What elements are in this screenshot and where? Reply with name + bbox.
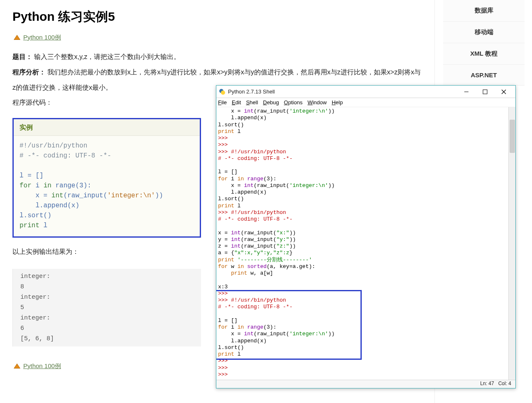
maximize-button[interactable] [476,86,494,98]
code-box-title: 实例 [14,119,200,136]
menu-window[interactable]: Window [307,99,326,106]
menu-options[interactable]: Options [284,99,303,106]
idle-status-col: Col: 4 [498,381,511,386]
menu-help[interactable]: Help [332,99,343,106]
menu-edit[interactable]: Edit [232,99,241,106]
up-arrow-icon [12,33,22,42]
svg-rect-3 [483,90,487,94]
python-app-icon [219,88,226,95]
up-arrow-icon [12,361,22,371]
svg-point-1 [221,91,225,95]
output-box: integer: 8 integer: 5 integer: 6 [5, 6, … [12,269,201,346]
idle-window[interactable]: Python 2.7.13 Shell File Edit Shell Debu… [216,85,516,388]
code-example-content: #!/usr/bin/python # -*- coding: UTF-8 -*… [14,136,200,236]
idle-titlebar[interactable]: Python 2.7.13 Shell [216,86,515,98]
minimize-button[interactable] [457,86,476,98]
idle-menubar: File Edit Shell Debug Options Window Hel… [216,98,515,107]
menu-debug[interactable]: Debug [263,99,279,106]
topic-line: 题目： 输入三个整数x,y,z，请把这三个数由小到大输出。 [12,49,421,65]
close-button[interactable] [494,86,513,98]
idle-title-text: Python 2.7.13 Shell [228,88,457,95]
idle-scrollbar[interactable] [508,107,515,380]
menu-file[interactable]: File [218,99,227,106]
sidebar-item-xml[interactable]: XML 教程 [443,43,525,65]
output-line: 5 [13,302,201,313]
output-line: integer: [13,313,201,323]
output-line: [5, 6, 8] [13,334,201,344]
output-line: 6 [13,323,201,334]
sidebar-item-mobile[interactable]: 移动端 [443,22,525,43]
menu-shell[interactable]: Shell [246,99,258,106]
page-title: Python 练习实例5 [12,8,421,25]
breadcrumb-top: Python 100例 [12,33,421,42]
topic-body: 输入三个整数x,y,z，请把这三个数由小到大输出。 [34,53,180,60]
output-line: 8 [13,282,201,292]
topic-title: 题目： [12,53,32,60]
idle-shell-body[interactable]: x = int(raw_input('integer:\n')) l.appen… [216,107,515,380]
output-line: integer: [13,292,201,302]
breadcrumb-link-bottom[interactable]: Python 100例 [23,362,61,370]
idle-status-ln: Ln: 47 [480,381,494,386]
idle-scrollbar-thumb[interactable] [510,120,515,153]
idle-statusbar: Ln: 47 Col: 4 [216,380,515,388]
sidebar-item-aspnet[interactable]: ASP.NET [443,65,525,86]
code-example-box: 实例 #!/usr/bin/python # -*- coding: UTF-8… [12,118,201,238]
sidebar: 数据库 移动端 XML 教程 ASP.NET [443,0,525,86]
analysis-title: 程序分析： [12,69,46,76]
sidebar-item-database[interactable]: 数据库 [443,0,525,22]
breadcrumb-link-top[interactable]: Python 100例 [23,34,61,42]
output-line: integer: [13,271,201,282]
